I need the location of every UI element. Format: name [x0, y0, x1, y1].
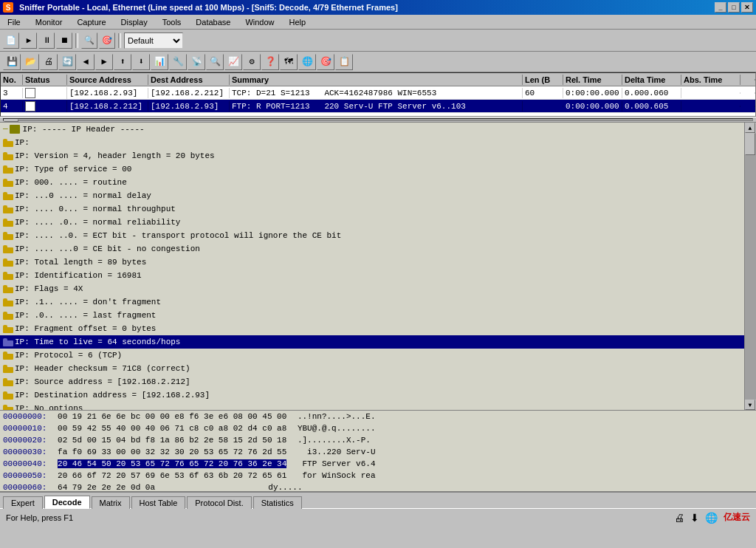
- icon-filter[interactable]: 🔧: [169, 54, 187, 70]
- decode-row: IP: .... ...0 = CE bit - no congestion: [0, 242, 756, 256]
- cell-status: [23, 100, 67, 112]
- folder-icon: [3, 312, 13, 320]
- hex-row: 00000050: 20 66 6f 72 20 57 69 6e 53 6f …: [3, 471, 753, 483]
- col-header-abs: Abs. Time: [681, 75, 740, 85]
- icon-down[interactable]: ⬇: [132, 54, 150, 70]
- toolbar-btn-2[interactable]: ▶: [21, 32, 37, 49]
- display-filter-dropdown[interactable]: Default: [124, 32, 183, 49]
- col-header-len: Len (B: [523, 75, 563, 85]
- icon-back[interactable]: ◀: [77, 54, 94, 70]
- hex-row: 00000060: 64 79 2e 2e 2e 0d 0a dy.....: [3, 483, 753, 492]
- close-button[interactable]: ✕: [741, 2, 753, 13]
- folder-icon: [3, 152, 13, 160]
- cell-dst: [192.168.2.93]: [148, 101, 230, 112]
- menu-display[interactable]: Display: [117, 16, 152, 28]
- folder-icon: [3, 391, 13, 400]
- folder-icon: [3, 298, 13, 306]
- folder-icon: [3, 325, 13, 333]
- folder-icon: [3, 258, 13, 267]
- status-bar: For Help, press F1 🖨 ⬇ 🌐 亿速云: [0, 508, 756, 526]
- menu-capture[interactable]: Capture: [72, 16, 110, 28]
- title-bar: S Sniffer Portable - Local, Ethernet (Li…: [0, 0, 756, 15]
- icon-extra4[interactable]: 🌐: [298, 54, 316, 70]
- cell-rel: 0:00:00.000: [563, 88, 622, 98]
- cell-delta: 0.000.605: [622, 101, 681, 112]
- icon-chart[interactable]: 📊: [151, 54, 168, 70]
- toolbar-btn-6[interactable]: 🎯: [99, 32, 115, 49]
- brand-label: 亿速云: [724, 511, 750, 524]
- toolbar-sep-2: [118, 33, 121, 48]
- window-controls[interactable]: _ □ ✕: [715, 2, 753, 13]
- cell-summary: FTP: R PORT=1213 220 Serv-U FTP Server v…: [230, 101, 523, 112]
- folder-icon: [3, 378, 13, 386]
- tab-protocol-dist[interactable]: Protocol Dist.: [187, 496, 251, 509]
- menu-monitor[interactable]: Monitor: [31, 16, 67, 28]
- icon-open[interactable]: 📂: [21, 54, 39, 70]
- scroll-up-btn[interactable]: ▲: [745, 123, 755, 133]
- icon-up[interactable]: ⬆: [114, 54, 131, 70]
- icon-refresh[interactable]: 🔄: [58, 54, 76, 70]
- decode-ttl-text: IP: Time to live = 64 seconds/hops: [15, 338, 180, 346]
- icon-forward[interactable]: ▶: [95, 54, 113, 70]
- tab-statistics[interactable]: Statistics: [253, 496, 302, 509]
- folder-icon: [3, 205, 13, 213]
- decode-rows: ─ IP: ----- IP Header ----- IP: IP: Vers…: [0, 123, 756, 411]
- tab-decode[interactable]: Decode: [44, 496, 90, 509]
- packet-list-header: No. Status Source Address Dest Address S…: [1, 73, 755, 86]
- menu-help[interactable]: Help: [285, 16, 311, 28]
- decode-row: IP: Flags = 4X: [0, 282, 756, 295]
- toolbar-btn-5[interactable]: 🔍: [81, 32, 97, 49]
- tab-matrix[interactable]: Matrix: [92, 496, 130, 509]
- restore-button[interactable]: □: [728, 2, 740, 13]
- folder-icon: [3, 219, 13, 227]
- icon-extra2[interactable]: ❓: [261, 54, 279, 70]
- decode-row-ttl[interactable]: IP: Time to live = 64 seconds/hops: [0, 335, 756, 349]
- scroll-thumb[interactable]: [745, 133, 755, 155]
- table-row[interactable]: 4 [192.168.2.212] [192.168.2.93] FTP: R …: [1, 100, 755, 113]
- toolbar-btn-3[interactable]: ⏸: [38, 32, 55, 49]
- decode-row: IP: Identification = 16981: [0, 269, 756, 282]
- hex-row: 00000030: fa f0 69 33 00 00 32 32 30 20 …: [3, 448, 753, 459]
- icon-extra3[interactable]: 🗺: [280, 54, 298, 70]
- table-row[interactable]: 3 [192.168.2.93] [192.168.2.212] TCP: D=…: [1, 86, 755, 100]
- tab-bar: Expert Decode Matrix Host Table Protocol…: [0, 492, 756, 508]
- toolbar-btn-4[interactable]: ⏹: [56, 32, 72, 49]
- tab-expert[interactable]: Expert: [3, 496, 43, 509]
- menu-tools[interactable]: Tools: [158, 16, 186, 28]
- icon-extra1[interactable]: ⚙: [243, 54, 261, 70]
- icon-print[interactable]: 🖨: [40, 54, 58, 70]
- icon-stats[interactable]: 📈: [224, 54, 242, 70]
- folder-icon: [3, 405, 13, 411]
- toolbar-sep-1: [75, 33, 78, 48]
- toolbar: 📄 ▶ ⏸ ⏹ 🔍 🎯 Default: [0, 30, 756, 52]
- icon-extra5[interactable]: 🎯: [317, 54, 334, 70]
- cell-src: [192.168.2.93]: [67, 88, 148, 98]
- decode-row: IP: .0.. .... = last fragment: [0, 309, 756, 322]
- col-header-extra: [740, 79, 755, 81]
- decode-row: IP: Fragment offset = 0 bytes: [0, 322, 756, 335]
- decode-row: IP: No options: [0, 402, 756, 411]
- tab-host-table[interactable]: Host Table: [131, 496, 186, 509]
- menu-window[interactable]: Window: [241, 16, 278, 28]
- decode-row: IP: Protocol = 6 (TCP): [0, 349, 756, 362]
- menu-database[interactable]: Database: [191, 16, 235, 28]
- cell-summary: TCP: D=21 S=1213 ACK=4162487986 WIN=6553: [230, 88, 523, 98]
- folder-icon: [3, 352, 13, 360]
- packet-rows: 3 [192.168.2.93] [192.168.2.212] TCP: D=…: [1, 86, 755, 113]
- minimize-button[interactable]: _: [715, 2, 726, 13]
- icon-extra6[interactable]: 📋: [335, 54, 353, 70]
- decode-row: IP: Type of service = 00: [0, 162, 756, 176]
- col-header-rel: Rel. Time: [563, 75, 622, 85]
- menu-file[interactable]: File: [3, 16, 25, 28]
- decode-panel: ─ IP: ----- IP Header ----- IP: IP: Vers…: [0, 123, 756, 411]
- decode-scrollbar[interactable]: ▲ ▼: [744, 123, 756, 410]
- icon-decode[interactable]: 🔍: [206, 54, 224, 70]
- cell-no: 4: [1, 101, 23, 112]
- decode-section-ip: ─ IP: ----- IP Header -----: [0, 123, 756, 136]
- toolbar-btn-1[interactable]: 📄: [3, 32, 19, 49]
- icon-save[interactable]: 💾: [3, 54, 21, 70]
- cell-dst: [192.168.2.212]: [148, 88, 230, 98]
- hex-row: 00000020: 02 5d 00 15 04 bd f8 1a 86 b2 …: [3, 436, 753, 448]
- scroll-down-btn[interactable]: ▼: [745, 400, 755, 410]
- icon-capture[interactable]: 📡: [188, 54, 205, 70]
